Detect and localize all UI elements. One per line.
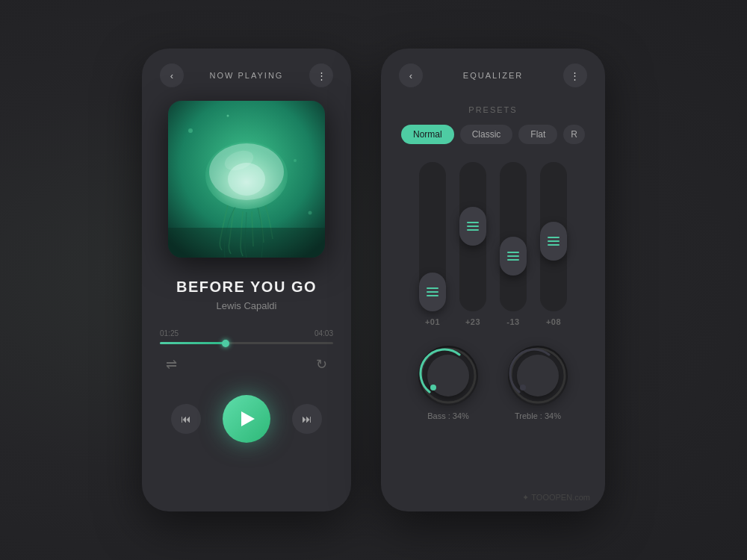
svg-rect-9 [168,228,325,258]
thumb-line [467,229,479,231]
slider-track-4[interactable] [540,162,567,311]
svg-point-13 [520,385,526,391]
treble-knob-col: Treble : 34% [508,346,568,420]
eq-header: ‹ EQUALIZER ⋮ [399,63,587,87]
preset-normal[interactable]: Normal [401,125,454,144]
progress-bar[interactable] [160,342,333,344]
time-row: 01:25 04:03 [160,329,333,337]
player-header: ‹ NOW PLAYING ⋮ [160,63,333,87]
thumb-line [427,295,438,296]
watermark: ✦ TOOOPEN.com [522,493,590,503]
forward-button[interactable]: ⏭ [292,404,322,434]
slider-thumb-2[interactable] [459,207,486,246]
svg-point-11 [430,385,436,391]
back-button[interactable]: ‹ [160,63,184,87]
eq-sliders: +01 +23 [419,162,567,326]
svg-point-1 [188,128,193,133]
bass-label: Bass : 34% [427,411,469,420]
thumb-line [548,237,560,238]
slider-track-2[interactable] [459,162,486,311]
thumb-line [507,252,519,253]
svg-point-12 [511,349,565,402]
slider-thumb-3[interactable] [500,237,527,276]
bass-knob[interactable] [418,346,478,405]
slider-thumb-1[interactable] [419,273,446,311]
thumb-line [427,291,438,293]
thumb-line [507,255,519,257]
progress-fill [160,342,226,344]
eq-back-button[interactable]: ‹ [399,63,423,87]
rewind-button[interactable]: ⏮ [171,404,201,434]
play-icon [241,411,255,426]
presets-row: Normal Classic Flat R [401,125,585,144]
preset-classic[interactable]: Classic [460,125,513,144]
play-controls: ⏮ ⏭ [160,395,333,443]
presets-label: PRESETS [468,105,517,114]
time-total: 04:03 [314,329,333,337]
knobs-row: Bass : 34% Treble : 34% [418,346,568,420]
equalizer-card: ‹ EQUALIZER ⋮ PRESETS Normal Classic Fla… [381,49,605,511]
shuffle-icon[interactable]: ⇌ [166,356,177,373]
eq-value-1: +01 [425,317,440,326]
progress-section: 01:25 04:03 [160,329,333,344]
slider-track-3[interactable] [500,162,527,311]
eq-header-title: EQUALIZER [463,71,523,80]
preset-flat[interactable]: Flat [518,125,557,144]
svg-point-4 [309,211,312,215]
preset-more[interactable]: R [563,125,585,144]
player-card: ‹ NOW PLAYING ⋮ [142,49,351,511]
thumb-line [507,259,519,261]
more-button[interactable]: ⋮ [309,63,333,87]
eq-more-button[interactable]: ⋮ [563,63,587,87]
slider-thumb-4[interactable] [540,222,567,261]
progress-dot [222,340,229,347]
eq-slider-1: +01 [419,162,446,326]
thumb-line [427,287,438,289]
svg-point-2 [294,159,297,162]
thumb-line [467,222,479,223]
eq-slider-3: -13 [500,162,527,326]
play-button[interactable] [223,395,270,443]
eq-value-3: -13 [506,317,519,326]
track-artist: Lewis Capaldi [217,300,277,311]
treble-label: Treble : 34% [515,411,561,420]
svg-point-3 [227,115,229,117]
thumb-line [467,225,479,227]
repeat-icon[interactable]: ↻ [316,356,327,373]
eq-slider-2: +23 [459,162,486,326]
thumb-line [548,244,560,246]
treble-knob[interactable] [508,346,568,405]
eq-value-2: +23 [465,317,480,326]
track-title: BEFORE YOU GO [176,279,317,296]
album-art [168,101,325,258]
eq-value-4: +08 [546,317,561,326]
slider-track-1[interactable] [419,162,446,311]
thumb-line [548,240,560,242]
player-header-title: NOW PLAYING [210,71,284,80]
bass-knob-col: Bass : 34% [418,346,478,420]
secondary-controls: ⇌ ↻ [160,356,333,373]
svg-point-10 [421,349,475,402]
eq-slider-4: +08 [540,162,567,326]
time-current: 01:25 [160,329,179,337]
